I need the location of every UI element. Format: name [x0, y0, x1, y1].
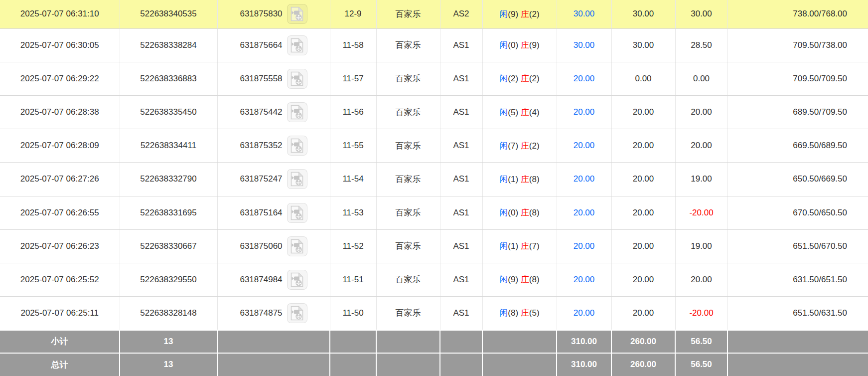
bet-record-row[interactable]: 2025-07-07 06:29:22522638336883631875558…	[0, 62, 868, 95]
valid-bet-cell: 20.00	[611, 196, 675, 229]
table-code-cell: AS1	[440, 196, 482, 229]
bet-time: 2025-07-07 06:26:23	[20, 241, 99, 251]
summary-label-cell: 总计	[0, 353, 120, 376]
bet-time: 2025-07-07 06:25:52	[20, 275, 99, 284]
player-label: 闲	[499, 141, 508, 151]
bet-time-cell: 2025-07-07 06:31:10	[0, 0, 120, 28]
order-id-cell: 522638332790	[120, 163, 217, 196]
video-replay-button[interactable]	[287, 203, 307, 223]
player-points: (1)	[508, 241, 518, 251]
video-replay-button[interactable]	[287, 169, 307, 189]
table-code-cell: AS2	[440, 0, 482, 28]
order-id-cell: 522638330667	[120, 229, 217, 263]
game-type: 百家乐	[396, 175, 421, 184]
bet-time-cell: 2025-07-07 06:25:52	[0, 263, 120, 296]
summary-empty-cell	[330, 353, 376, 376]
game-id-with-video: 631875830	[218, 4, 330, 24]
table-code-cell: AS1	[440, 28, 482, 62]
player-points: (5)	[508, 108, 518, 117]
table-code-cell: AS1	[440, 163, 482, 196]
table-round-cell: 11-53	[330, 196, 376, 229]
game-type: 百家乐	[396, 141, 421, 151]
bet-amount-cell: 20.00	[557, 62, 611, 95]
table-round-cell: 11-58	[330, 28, 376, 62]
order-id-cell: 522638334411	[120, 129, 217, 163]
video-replay-button[interactable]	[287, 303, 307, 323]
table-round-cell: 11-56	[330, 95, 376, 129]
table-round-cell: 11-50	[330, 297, 376, 330]
summary-empty-cell	[217, 353, 330, 376]
win-loss: 20.00	[691, 107, 712, 117]
summary-label: 小计	[51, 337, 68, 346]
bet-record-row[interactable]: 2025-07-07 06:26:55522638331695631875164…	[0, 196, 868, 229]
bet-amount-cell: 20.00	[557, 297, 611, 330]
video-replay-button[interactable]	[287, 4, 307, 24]
summary-empty-cell	[330, 330, 376, 353]
bet-record-row[interactable]: 2025-07-07 06:26:23522638330667631875060…	[0, 229, 868, 263]
bet-record-row[interactable]: 2025-07-07 06:27:26522638332790631875247…	[0, 163, 868, 196]
video-replay-button[interactable]	[287, 236, 307, 256]
video-replay-button[interactable]	[287, 102, 307, 122]
game-id: 631875830	[240, 9, 282, 19]
order-id-cell: 522638331695	[120, 196, 217, 229]
video-replay-icon	[290, 6, 304, 21]
summary-empty-cell	[440, 330, 482, 353]
bet-amount: 20.00	[574, 241, 595, 251]
bet-time: 2025-07-07 06:26:55	[20, 208, 99, 217]
game-id-with-video: 631874984	[218, 270, 330, 290]
table-round: 11-53	[342, 208, 363, 217]
balance: 670.50/650.50	[793, 208, 847, 217]
video-replay-icon	[290, 205, 304, 220]
bet-time: 2025-07-07 06:29:22	[20, 74, 99, 83]
banker-points: (5)	[529, 308, 540, 318]
game-type-cell: 百家乐	[376, 129, 440, 163]
balance-cell: 709.50/709.50	[727, 62, 868, 95]
win-loss: 20.00	[691, 141, 712, 150]
table-round: 11-52	[342, 241, 363, 251]
player-points: (0)	[508, 208, 518, 217]
game-id: 631875442	[240, 107, 282, 117]
game-type: 百家乐	[396, 208, 421, 217]
order-id: 522638329550	[140, 275, 196, 284]
table-code: AS1	[453, 275, 469, 284]
win-loss-cell: 30.00	[675, 0, 727, 28]
video-replay-button[interactable]	[287, 136, 307, 156]
video-replay-button[interactable]	[287, 270, 307, 290]
valid-bet: 0.00	[635, 74, 651, 83]
bet-record-row[interactable]: 2025-07-07 06:25:11522638328148631874875…	[0, 297, 868, 330]
valid-bet-cell: 20.00	[611, 229, 675, 263]
valid-bet-cell: 20.00	[611, 297, 675, 330]
bet-record-row[interactable]: 2025-07-07 06:30:05522638338284631875664…	[0, 28, 868, 62]
summary-empty-cell	[727, 330, 868, 353]
win-loss: -20.00	[689, 308, 713, 318]
balance-cell: 709.50/738.00	[727, 28, 868, 62]
bet-record-row[interactable]: 2025-07-07 06:31:10522638340535631875830…	[0, 0, 868, 28]
win-loss-cell: 20.00	[675, 129, 727, 163]
summary-empty-cell	[376, 330, 440, 353]
win-loss-cell: -20.00	[675, 297, 727, 330]
order-id-cell: 522638329550	[120, 263, 217, 296]
bet-amount-cell: 20.00	[557, 229, 611, 263]
video-replay-icon	[290, 71, 304, 86]
result-cell: 闲(1) 庄(7)	[482, 229, 557, 263]
win-loss: 20.00	[691, 275, 712, 284]
game-id-with-video: 631875352	[218, 136, 330, 156]
order-id: 522638331695	[140, 208, 196, 217]
order-id: 522638340535	[140, 9, 196, 18]
table-round: 12-9	[344, 9, 361, 18]
video-replay-button[interactable]	[287, 35, 307, 55]
bet-record-row[interactable]: 2025-07-07 06:28:09522638334411631875352…	[0, 129, 868, 163]
bet-record-row[interactable]: 2025-07-07 06:25:52522638329550631874984…	[0, 263, 868, 296]
bet-amount: 20.00	[574, 174, 595, 184]
valid-bet-cell: 0.00	[611, 62, 675, 95]
bet-amount: 30.00	[574, 40, 595, 50]
order-id: 522638336883	[140, 74, 196, 83]
bet-time: 2025-07-07 06:30:05	[20, 40, 99, 50]
valid-bet: 20.00	[633, 308, 654, 318]
banker-label: 庄	[521, 308, 529, 318]
player-label: 闲	[499, 9, 508, 19]
video-replay-button[interactable]	[287, 69, 307, 89]
bet-amount-cell: 20.00	[557, 263, 611, 296]
bet-amount: 20.00	[574, 275, 595, 284]
bet-record-row[interactable]: 2025-07-07 06:28:38522638335450631875442…	[0, 95, 868, 129]
